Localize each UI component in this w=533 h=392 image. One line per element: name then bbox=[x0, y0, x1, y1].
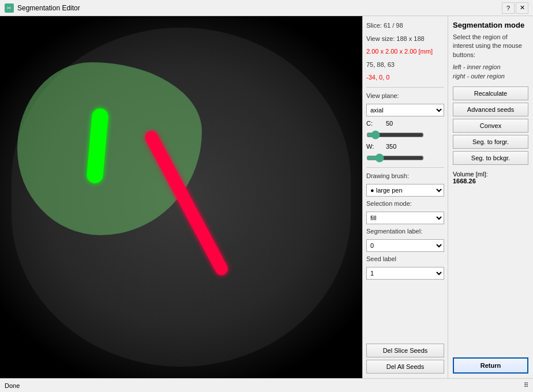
w-label: W: bbox=[366, 143, 384, 150]
main-content: Slice: 61 / 98 View size: 188 x 188 2.00… bbox=[0, 16, 533, 378]
seg-to-bckgr-button[interactable]: Seg. to bckgr. bbox=[453, 151, 528, 165]
selection-mode-label: Selection mode: bbox=[366, 200, 444, 207]
title-bar: ✂ Segmentation Editor ? ✕ bbox=[0, 0, 533, 16]
view-plane-select[interactable]: axial coronal sagittal bbox=[366, 104, 444, 116]
recalculate-button[interactable]: Recalculate bbox=[453, 86, 528, 100]
c-slider-row bbox=[366, 130, 444, 140]
del-all-seeds-button[interactable]: Del All Seeds bbox=[366, 360, 444, 374]
del-slice-seeds-button[interactable]: Del Slice Seeds bbox=[366, 344, 444, 357]
app-icon: ✂ bbox=[5, 3, 14, 13]
view-size-info: View size: 188 x 188 bbox=[366, 34, 444, 44]
seg-mode-description: Select the region of interest using the … bbox=[453, 33, 528, 59]
w-slider-row bbox=[366, 153, 444, 163]
return-button[interactable]: Return bbox=[453, 357, 528, 374]
w-row: W: 350 bbox=[366, 143, 444, 150]
coords1-info: 75, 88, 63 bbox=[366, 60, 444, 70]
seg-to-forgr-button[interactable]: Seg. to forgr. bbox=[453, 135, 528, 149]
c-row: C: 50 bbox=[366, 120, 444, 127]
c-value: 50 bbox=[386, 120, 403, 127]
right-hint: right - outer region bbox=[453, 72, 528, 81]
coords2-info: -34, 0, 0 bbox=[366, 73, 444, 82]
controls-panel: Slice: 61 / 98 View size: 188 x 188 2.00… bbox=[362, 16, 448, 378]
advanced-seeds-button[interactable]: Advanced seeds bbox=[453, 103, 528, 116]
left-hint: left - inner region bbox=[453, 63, 528, 71]
status-bar: Done ⠿ bbox=[0, 378, 533, 392]
c-slider[interactable] bbox=[366, 130, 424, 140]
seed-label-label: Seed label bbox=[366, 255, 444, 262]
volume-value: 1668.26 bbox=[453, 178, 528, 184]
seed-label-select[interactable]: 1 2 3 bbox=[366, 267, 444, 280]
w-slider[interactable] bbox=[366, 153, 424, 163]
c-label: C: bbox=[366, 120, 384, 127]
help-button[interactable]: ? bbox=[502, 2, 515, 14]
bottom-buttons: Del Slice Seeds Del All Seeds bbox=[366, 344, 444, 374]
voxel-size-info: 2.00 x 2.00 x 2.00 [mm] bbox=[366, 47, 444, 56]
separator1 bbox=[366, 87, 444, 88]
view-plane-label: View plane: bbox=[366, 92, 444, 99]
slice-info: Slice: 61 / 98 bbox=[366, 21, 444, 31]
w-value: 350 bbox=[386, 143, 403, 150]
seg-mode-title: Segmentation mode bbox=[453, 21, 528, 29]
volume-section: Volume [ml]: 1668.26 bbox=[453, 171, 528, 184]
image-panel[interactable] bbox=[0, 16, 362, 378]
title-bar-controls: ? ✕ bbox=[502, 2, 528, 14]
selection-mode-select[interactable]: fill draw erase bbox=[366, 212, 444, 224]
drawing-brush-label: Drawing brush: bbox=[366, 172, 444, 179]
seg-action-buttons: Recalculate Advanced seeds Convex Seg. t… bbox=[453, 86, 528, 165]
drawing-brush-select[interactable]: ● large pen · small pen • medium pen bbox=[366, 184, 444, 197]
seg-mouse-hints: left - inner region right - outer region bbox=[453, 63, 528, 81]
convex-button[interactable]: Convex bbox=[453, 119, 528, 133]
ct-image bbox=[0, 16, 362, 378]
seg-desc-text: Select the region of interest using the … bbox=[453, 33, 522, 58]
title-bar-left: ✂ Segmentation Editor bbox=[5, 3, 80, 13]
close-button[interactable]: ✕ bbox=[516, 2, 528, 14]
resize-icon: ⠿ bbox=[524, 382, 528, 389]
seg-label-select[interactable]: 0 1 2 bbox=[366, 239, 444, 252]
seg-bottom: Return bbox=[453, 357, 528, 374]
status-text: Done bbox=[5, 382, 20, 389]
separator2 bbox=[366, 167, 444, 168]
segmentation-panel: Segmentation mode Select the region of i… bbox=[448, 16, 533, 378]
seg-label-label: Segmentation label: bbox=[366, 228, 444, 235]
window-title: Segmentation Editor bbox=[17, 4, 80, 12]
volume-label: Volume [ml]: bbox=[453, 171, 528, 178]
